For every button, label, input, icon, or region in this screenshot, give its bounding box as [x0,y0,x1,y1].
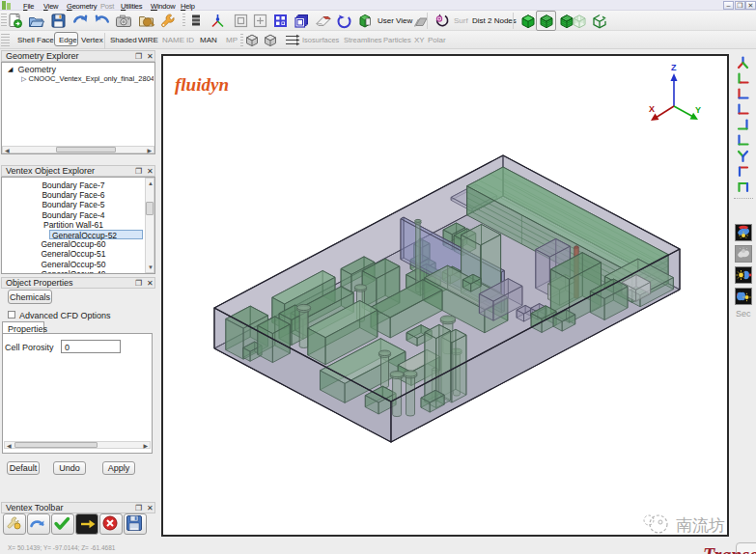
svg-text:Y: Y [695,105,701,115]
svg-text:X: X [649,104,655,114]
svg-text:fluidyn: fluidyn [175,74,229,95]
svg-text:南流坊: 南流坊 [676,516,725,535]
svg-text:Z: Z [671,63,677,72]
